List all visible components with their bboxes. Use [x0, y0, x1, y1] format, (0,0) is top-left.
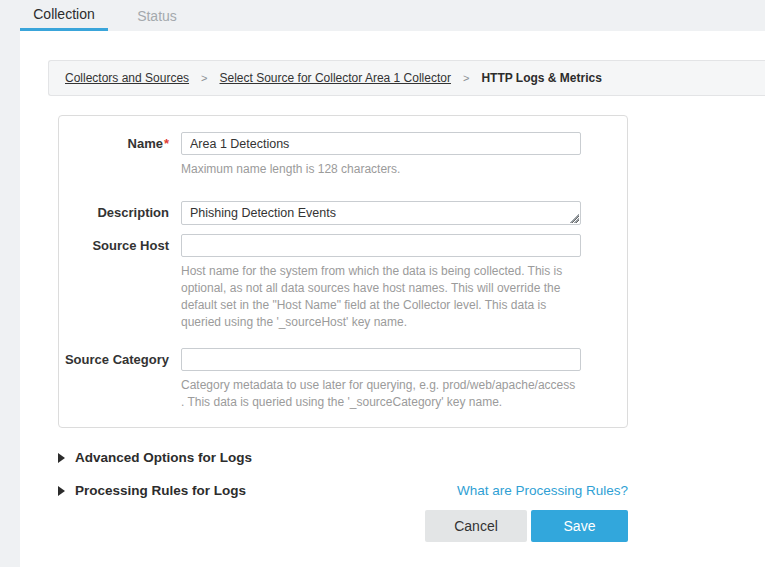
save-button[interactable]: Save	[531, 510, 628, 542]
source-host-row: Source Host Host name for the system fro…	[59, 234, 627, 339]
tab-status-label: Status	[137, 8, 177, 24]
source-host-help-text: Host name for the system from which the …	[181, 263, 579, 331]
caret-right-icon	[58, 486, 65, 496]
description-input[interactable]: Phishing Detection Events	[181, 201, 581, 225]
name-row: Name* Maximum name length is 128 charact…	[59, 132, 627, 192]
source-host-input[interactable]	[181, 234, 581, 257]
source-host-label: Source Host	[59, 234, 169, 253]
processing-rules-toggle[interactable]: Processing Rules for Logs	[58, 483, 246, 498]
breadcrumb-collectors-and-sources[interactable]: Collectors and Sources	[65, 71, 189, 85]
tab-bar: Collection Status	[0, 0, 765, 31]
advanced-options-toggle[interactable]: Advanced Options for Logs	[58, 450, 252, 465]
processing-rules-title: Processing Rules for Logs	[75, 483, 246, 498]
source-category-row: Source Category Category metadata to use…	[59, 348, 627, 413]
action-buttons: Cancel Save	[58, 510, 628, 542]
advanced-options-title: Advanced Options for Logs	[75, 450, 252, 465]
breadcrumb-separator: >	[463, 72, 469, 84]
description-label: Description	[59, 201, 169, 220]
cancel-button[interactable]: Cancel	[425, 510, 527, 542]
advanced-options-section: Advanced Options for Logs	[58, 450, 628, 465]
breadcrumb: Collectors and Sources > Select Source f…	[48, 60, 765, 96]
name-help-text: Maximum name length is 128 characters.	[181, 161, 579, 178]
breadcrumb-separator: >	[201, 72, 207, 84]
breadcrumb-current-page: HTTP Logs & Metrics	[481, 71, 601, 85]
source-category-help-text: Category metadata to use later for query…	[181, 377, 579, 411]
description-row: Description Phishing Detection Events	[59, 201, 627, 225]
main-content: Collectors and Sources > Select Source f…	[20, 31, 765, 567]
tab-status[interactable]: Status	[122, 0, 192, 31]
source-category-label: Source Category	[59, 348, 169, 367]
caret-right-icon	[58, 453, 65, 463]
name-input[interactable]	[181, 132, 581, 155]
required-asterisk: *	[164, 136, 169, 151]
tab-collection[interactable]: Collection	[20, 0, 108, 31]
processing-rules-section: Processing Rules for Logs What are Proce…	[58, 483, 628, 498]
name-label: Name*	[59, 132, 169, 151]
source-category-input[interactable]	[181, 348, 581, 371]
what-are-processing-rules-link[interactable]: What are Processing Rules?	[457, 483, 628, 498]
source-config-panel: Name* Maximum name length is 128 charact…	[58, 115, 628, 428]
tab-collection-label: Collection	[33, 6, 94, 22]
breadcrumb-select-source[interactable]: Select Source for Collector Area 1 Colle…	[220, 71, 451, 85]
